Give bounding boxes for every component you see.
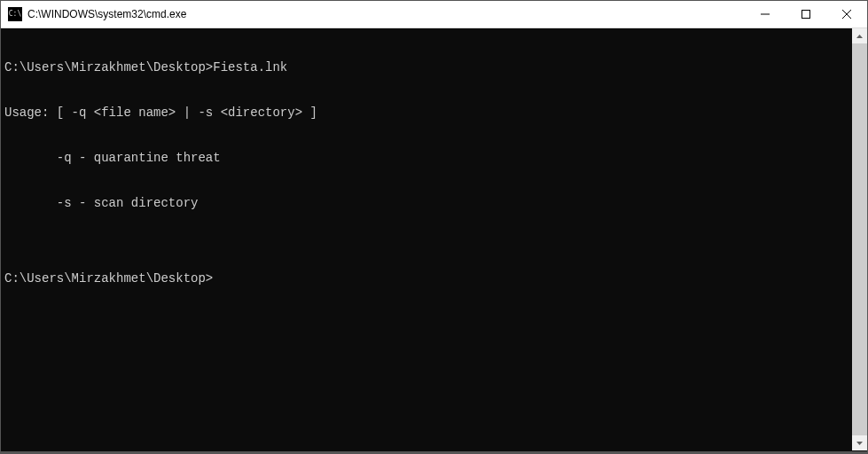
- titlebar[interactable]: C:\ C:\WINDOWS\system32\cmd.exe: [1, 1, 867, 28]
- console-output[interactable]: C:\Users\Mirzakhmet\Desktop>Fiesta.lnk U…: [1, 28, 867, 451]
- minimize-button[interactable]: [745, 1, 786, 27]
- cmd-icon-glyph: C:\: [9, 11, 21, 18]
- close-button[interactable]: [826, 1, 867, 27]
- console-line: -q - quarantine threat: [4, 151, 867, 166]
- svg-marker-4: [856, 35, 863, 38]
- scroll-up-button[interactable]: [852, 28, 867, 43]
- console-line: C:\Users\Mirzakhmet\Desktop>: [4, 271, 867, 286]
- window-title: C:\WINDOWS\system32\cmd.exe: [27, 8, 745, 20]
- cmd-icon: C:\: [8, 7, 22, 21]
- scroll-track[interactable]: [852, 43, 867, 435]
- minimize-icon: [761, 10, 770, 19]
- cmd-window: C:\ C:\WINDOWS\system32\cmd.exe C:\Users…: [0, 0, 868, 452]
- chevron-down-icon: [856, 442, 863, 445]
- console-line: -s - scan directory: [4, 196, 867, 211]
- close-icon: [842, 10, 851, 19]
- chevron-up-icon: [856, 35, 863, 38]
- scroll-down-button[interactable]: [852, 435, 867, 450]
- maximize-button[interactable]: [786, 1, 826, 27]
- vertical-scrollbar[interactable]: [852, 28, 867, 450]
- window-controls: [745, 1, 867, 27]
- svg-marker-5: [856, 442, 863, 445]
- console-line: C:\Users\Mirzakhmet\Desktop>Fiesta.lnk: [4, 60, 867, 75]
- console-line: Usage: [ -q <file name> | -s <directory>…: [4, 106, 867, 121]
- scroll-thumb[interactable]: [852, 43, 867, 435]
- svg-rect-1: [802, 11, 810, 19]
- maximize-icon: [802, 10, 810, 19]
